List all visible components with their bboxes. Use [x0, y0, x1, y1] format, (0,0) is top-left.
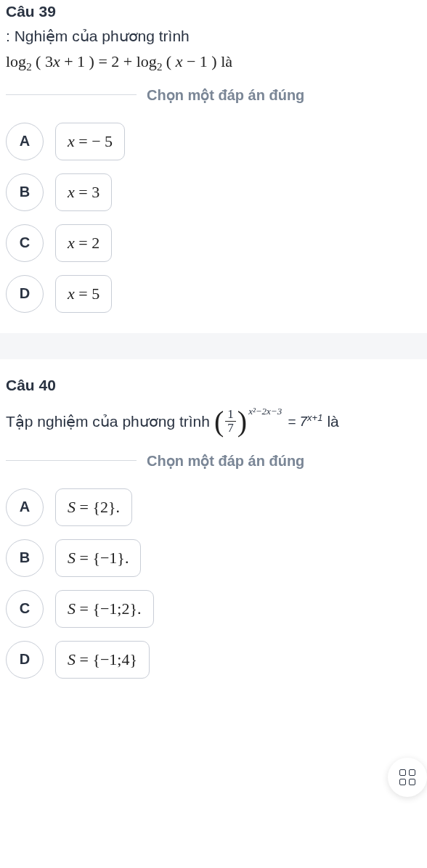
- option-content[interactable]: x = 5: [55, 275, 112, 313]
- option-letter[interactable]: B: [6, 539, 44, 577]
- prompt-prefix: Tập nghiệm của phương trình: [6, 410, 210, 433]
- option-letter[interactable]: B: [6, 173, 44, 211]
- option-content[interactable]: S = {−1;4}: [55, 641, 150, 679]
- instruction-text: Chọn một đáp án đúng: [147, 86, 304, 104]
- question-equation: log2 ( 3x + 1 ) = 2 + log2 ( x − 1 ) là: [6, 52, 421, 73]
- option-b[interactable]: B S = {−1}.: [6, 539, 421, 577]
- option-content[interactable]: x = 3: [55, 173, 112, 211]
- question-39: Câu 39 : Nghiệm của phương trình log2 ( …: [0, 0, 427, 333]
- option-a[interactable]: A S = {2}.: [6, 488, 421, 526]
- option-c[interactable]: C S = {−1;2}.: [6, 590, 421, 628]
- option-letter[interactable]: C: [6, 590, 44, 628]
- options-list: A x = − 5 B x = 3 C x = 2 D x = 5: [6, 123, 421, 313]
- equation-rhs: = 7x+1: [288, 411, 322, 433]
- question-title: Câu 39: [6, 3, 421, 20]
- option-content[interactable]: S = {2}.: [55, 488, 132, 526]
- option-content[interactable]: x = 2: [55, 224, 112, 262]
- option-content[interactable]: S = {−1}.: [55, 539, 141, 577]
- prompt-suffix: là: [327, 410, 338, 433]
- option-a[interactable]: A x = − 5: [6, 123, 421, 160]
- question-prompt: : Nghiệm của phương trình: [6, 25, 421, 48]
- option-content[interactable]: x = − 5: [55, 123, 125, 160]
- divider: [6, 94, 137, 95]
- option-letter[interactable]: D: [6, 275, 44, 313]
- instruction-row: Chọn một đáp án đúng: [6, 86, 421, 104]
- frac-num: 1: [225, 408, 236, 422]
- question-40: Câu 40 Tập nghiệm của phương trình ( 1 7…: [0, 359, 427, 699]
- option-d[interactable]: D x = 5: [6, 275, 421, 313]
- question-prompt: Tập nghiệm của phương trình ( 1 7 ) x²−2…: [6, 407, 421, 436]
- section-gap: [0, 333, 427, 359]
- frac-den: 7: [225, 422, 236, 435]
- exponent: x²−2x−3: [248, 404, 282, 419]
- divider: [6, 460, 137, 461]
- option-letter[interactable]: A: [6, 123, 44, 160]
- option-b[interactable]: B x = 3: [6, 173, 421, 211]
- options-list: A S = {2}. B S = {−1}. C S = {−1;2}. D S…: [6, 488, 421, 679]
- option-letter[interactable]: D: [6, 641, 44, 679]
- option-d[interactable]: D S = {−1;4}: [6, 641, 421, 679]
- question-title: Câu 40: [6, 377, 421, 394]
- option-c[interactable]: C x = 2: [6, 224, 421, 262]
- instruction-row: Chọn một đáp án đúng: [6, 452, 421, 470]
- option-letter[interactable]: C: [6, 224, 44, 262]
- equation-lhs: ( 1 7 ) x²−2x−3: [214, 407, 283, 436]
- instruction-text: Chọn một đáp án đúng: [147, 452, 304, 470]
- option-letter[interactable]: A: [6, 488, 44, 526]
- option-content[interactable]: S = {−1;2}.: [55, 590, 154, 628]
